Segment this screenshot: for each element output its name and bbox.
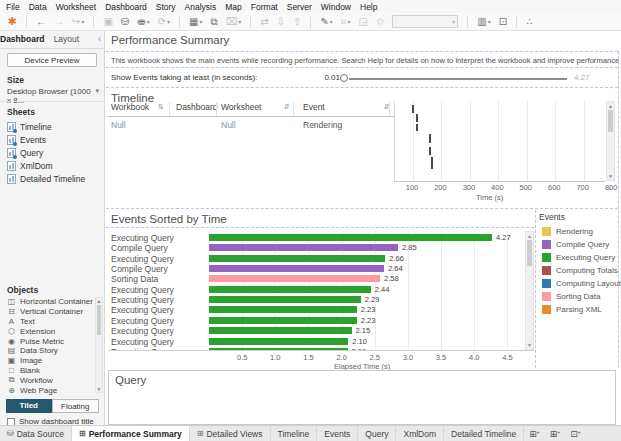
- bar-executing-query[interactable]: [209, 234, 492, 241]
- menu-server[interactable]: Server: [287, 2, 312, 12]
- menu-data[interactable]: Data: [29, 2, 47, 12]
- new-worksheet-button[interactable]: ▦▾: [186, 14, 205, 30]
- bar-compile-query[interactable]: [209, 244, 398, 251]
- tab-detailed-views[interactable]: ⊞Detailed Views: [190, 426, 271, 441]
- sort-icon[interactable]: ⇵: [284, 103, 290, 111]
- menu-format[interactable]: Format: [251, 2, 278, 12]
- back-button[interactable]: ←: [33, 14, 49, 30]
- bar-compile-query[interactable]: [209, 265, 384, 272]
- floating-button[interactable]: Floating: [52, 399, 100, 413]
- legend-item-executing-query[interactable]: Executing Query: [542, 251, 621, 264]
- presentation-mode-button[interactable]: ⊡: [496, 14, 510, 30]
- legend-item-sorting-data[interactable]: Sorting Data: [542, 290, 621, 303]
- clear-sheet-button[interactable]: ⌧▾: [223, 14, 245, 30]
- tab-query[interactable]: Query: [358, 426, 396, 441]
- bar-sorting-data[interactable]: [209, 275, 380, 282]
- tab-performance-summary[interactable]: ⊞Performance Summary: [72, 426, 190, 441]
- size-select[interactable]: Desktop Browser (1000 x 8... ▾: [7, 87, 99, 105]
- new-worksheet-tab-button[interactable]: ⊞+: [524, 426, 544, 441]
- filter-slider-track[interactable]: [349, 78, 567, 80]
- tab-timeline[interactable]: Timeline: [271, 426, 318, 441]
- timeline-scrollbar[interactable]: ▲ ▼: [606, 101, 615, 181]
- object-item-blank[interactable]: □Blank: [7, 366, 93, 376]
- bar-executing-query[interactable]: [209, 296, 361, 303]
- pin-button[interactable]: ✩: [373, 14, 387, 30]
- highlight-button[interactable]: ✎▾: [317, 14, 335, 30]
- bar-executing-query[interactable]: [209, 286, 371, 293]
- scrollbar-thumb[interactable]: [608, 110, 613, 132]
- sort-icon[interactable]: ⇅: [158, 103, 164, 111]
- legend-item-computing-totals[interactable]: Computing Totals: [542, 264, 621, 277]
- tab-xmldom[interactable]: XmlDom: [396, 426, 444, 441]
- text-label-button[interactable]: ◲: [355, 14, 370, 30]
- sheet-item-detailed-timeline[interactable]: Detailed Timeline: [7, 172, 102, 185]
- format-button[interactable]: ⌗▾: [338, 14, 354, 30]
- menu-worksheet[interactable]: Worksheet: [56, 2, 96, 12]
- sort-ascending-button[interactable]: ⇩: [274, 14, 288, 30]
- object-item-pulse-metric[interactable]: ◉Pulse Metric: [7, 336, 93, 346]
- scroll-up-icon[interactable]: ▲: [96, 298, 102, 304]
- pane-tab-layout[interactable]: Layout: [44, 31, 88, 48]
- object-item-workflow[interactable]: ⧉Workflow: [7, 375, 93, 385]
- filter-slider-handle[interactable]: [340, 74, 348, 82]
- object-item-extension[interactable]: ⬡Extension: [7, 326, 93, 336]
- object-item-text[interactable]: AText: [7, 317, 93, 327]
- tiled-button[interactable]: Tiled: [6, 399, 52, 413]
- column-header-event[interactable]: Event: [303, 102, 325, 112]
- swap-rows-columns-button[interactable]: ⇄: [257, 14, 271, 30]
- bar-executing-query[interactable]: [209, 338, 348, 345]
- legend-item-computing-layout[interactable]: Computing Layout: [542, 277, 621, 290]
- sheet-item-timeline[interactable]: Timeline: [7, 120, 102, 133]
- column-header-dashboard[interactable]: Dashboard: [176, 102, 218, 112]
- new-data-source-button[interactable]: ⛁: [118, 14, 132, 30]
- pause-auto-updates-button[interactable]: ⛂▾: [134, 14, 152, 30]
- run-update-button[interactable]: ⟳▾: [155, 14, 173, 30]
- tab-events[interactable]: Events: [317, 426, 358, 441]
- bar-executing-query[interactable]: [209, 327, 352, 334]
- menu-window[interactable]: Window: [321, 2, 351, 12]
- menu-help[interactable]: Help: [360, 2, 377, 12]
- bar-chart-scrollbar[interactable]: ▲ ▼: [525, 231, 534, 350]
- sort-descending-button[interactable]: ⇧: [290, 14, 304, 30]
- scrollbar-thumb[interactable]: [97, 305, 101, 335]
- tab-detailed-timeline[interactable]: Detailed Timeline: [444, 426, 524, 441]
- menu-dashboard[interactable]: Dashboard: [105, 2, 147, 12]
- sheet-item-xmldom[interactable]: XmlDom: [7, 159, 102, 172]
- legend-item-compile-query[interactable]: Compile Query: [542, 238, 621, 251]
- object-item-web-page[interactable]: ⊕Web Page: [7, 385, 93, 395]
- redo-button[interactable]: ↪▾: [69, 14, 87, 30]
- pane-tab-dashboard[interactable]: Dashboard: [0, 31, 44, 48]
- forward-button[interactable]: →: [51, 14, 67, 30]
- scroll-down-icon[interactable]: ▼: [526, 342, 533, 348]
- objects-scrollbar[interactable]: ▲ ▼: [95, 297, 103, 393]
- device-preview-button[interactable]: Device Preview: [7, 53, 97, 67]
- sheet-item-events[interactable]: Events: [7, 133, 102, 146]
- legend-item-parsing-xml[interactable]: Parsing XML: [542, 303, 621, 316]
- object-item-data-story[interactable]: ▤Data Story: [7, 346, 93, 356]
- object-item-vertical-container[interactable]: ⊟Vertical Container: [7, 307, 93, 317]
- object-item-image[interactable]: ▣Image: [7, 356, 93, 366]
- collapse-pane-icon[interactable]: ‹: [88, 31, 105, 48]
- tab-data-source[interactable]: ⛁Data Source: [0, 426, 72, 441]
- scroll-down-icon[interactable]: ▼: [96, 386, 102, 392]
- bar-executing-query[interactable]: [209, 317, 357, 324]
- scrollbar-thumb[interactable]: [527, 240, 532, 266]
- scroll-down-icon[interactable]: ▼: [607, 173, 614, 179]
- duplicate-button[interactable]: ⧉: [208, 14, 221, 30]
- menu-map[interactable]: Map: [225, 2, 242, 12]
- bar-executing-query[interactable]: [209, 255, 385, 262]
- show-me-button[interactable]: ▥▾: [474, 14, 493, 30]
- column-header-workbook[interactable]: Workbook: [111, 102, 149, 112]
- share-button[interactable]: ∴: [523, 14, 535, 30]
- new-story-tab-button[interactable]: ⊡+: [565, 426, 585, 441]
- scroll-up-icon[interactable]: ▲: [607, 103, 614, 109]
- menu-file[interactable]: File: [6, 2, 20, 12]
- save-button[interactable]: ▣: [100, 14, 115, 30]
- menu-analysis[interactable]: Analysis: [185, 2, 217, 12]
- fit-selector[interactable]: ▾: [392, 15, 458, 28]
- column-header-worksheet[interactable]: Worksheet: [221, 102, 261, 112]
- object-item-horizontal-container[interactable]: ◫Horizontal Container: [7, 297, 93, 307]
- sheet-item-query[interactable]: Query: [7, 146, 102, 159]
- menu-story[interactable]: Story: [156, 2, 176, 12]
- bar-executing-query[interactable]: [209, 306, 357, 313]
